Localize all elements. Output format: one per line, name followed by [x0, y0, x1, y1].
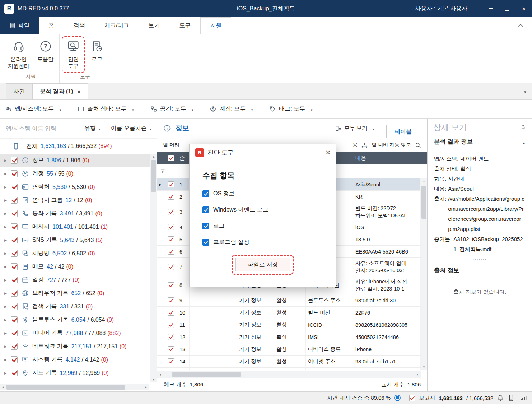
item-checkbox[interactable] — [11, 250, 18, 257]
pin-icon[interactable] — [520, 125, 526, 131]
sidebar-vertical-scrollbar[interactable] — [150, 154, 157, 382]
scroll-left-arrow[interactable] — [0, 384, 6, 390]
expand-arrow-icon[interactable] — [4, 371, 11, 375]
search-icon[interactable] — [415, 142, 421, 149]
sidebar-tree-item[interactable]: 연락처 그룹 12 / 12 (0) — [0, 194, 150, 207]
item-checkbox[interactable] — [11, 184, 18, 190]
expand-arrow-icon[interactable] — [4, 292, 11, 295]
item-checkbox[interactable] — [11, 170, 18, 177]
detail-section-result-info[interactable]: 분석 결과 정보 — [433, 133, 526, 149]
item-checkbox[interactable] — [11, 210, 18, 217]
notifications-bell-icon[interactable] — [497, 394, 504, 401]
row-checkbox[interactable] — [168, 297, 174, 303]
sidebar-tree-item[interactable]: 연락처 5,530 / 5,530 (0) — [0, 180, 150, 194]
ribbon-tab[interactable]: 홈 — [39, 17, 64, 34]
sidebar-tree-item[interactable]: 블루투스 기록 6,054 / 6,054 (0) — [0, 313, 150, 326]
expand-arrow-icon[interactable] — [4, 199, 11, 202]
ribbon-button[interactable]: 도움말 — [35, 38, 56, 65]
dialog-option[interactable]: Windows 이벤트 로그 — [202, 206, 323, 214]
dialog-titlebar[interactable]: R 진단 도구 — [190, 144, 336, 161]
sidebar-tree-item[interactable]: SNS 기록 5,643 / 5,643 (5) — [0, 233, 150, 247]
expand-arrow-icon[interactable] — [4, 345, 11, 348]
ribbon-button[interactable]: 로그 — [87, 38, 107, 65]
ribbon-button[interactable]: 진단 도구 — [63, 38, 83, 71]
item-checkbox[interactable] — [11, 237, 18, 243]
row-checkbox[interactable] — [168, 181, 174, 187]
row-checkbox[interactable] — [168, 249, 174, 255]
expand-arrow-icon[interactable] — [4, 225, 11, 229]
expand-arrow-icon[interactable] — [4, 252, 11, 255]
expand-arrow-icon[interactable] — [4, 358, 11, 362]
expand-arrow-icon[interactable] — [4, 172, 11, 176]
sidebar-tree-item[interactable]: 검색 기록 331 / 331 (0) — [0, 300, 150, 313]
sidebar-tree-item[interactable]: 브라우저 기록 652 / 652 (0) — [0, 287, 150, 300]
option-checkbox[interactable] — [202, 239, 209, 246]
sidebar-tree-item[interactable]: 일정 727 / 727 (0) — [0, 273, 150, 287]
item-checkbox[interactable] — [11, 316, 18, 323]
expand-arrow-icon[interactable] — [4, 159, 11, 162]
sidebar-horizontal-scrollbar[interactable] — [0, 384, 149, 390]
sidebar-tree-item[interactable]: 계정 55 / 55 (0) — [0, 167, 150, 180]
filter-dropdown[interactable]: 공간: 모두 — [150, 105, 194, 113]
scroll-up-arrow[interactable] — [421, 178, 427, 184]
table-row[interactable]: 13 기기 정보 활성 디바이스 종류 iPhone — [157, 343, 421, 356]
scrollbar-thumb[interactable] — [172, 372, 241, 377]
item-checkbox[interactable] — [11, 223, 18, 230]
row-checkbox[interactable] — [168, 236, 174, 242]
dialog-close-icon[interactable] — [326, 149, 330, 157]
scroll-down-arrow[interactable] — [150, 377, 157, 382]
filter-dropdown[interactable]: 계정: 모두 — [210, 105, 253, 113]
table-row[interactable]: 14 기기 정보 활성 이더넷 주소 98:0d:af:7d:b1:a1 — [157, 356, 421, 368]
sidebar-tree-item[interactable]: 지도 기록 12,969 / 12,969 (0) — [0, 366, 150, 380]
filter-dropdown[interactable]: 앱/시스템: 모두 — [5, 105, 62, 113]
save-to-file-button[interactable]: 파일로 저장 — [235, 258, 290, 271]
row-checkbox[interactable] — [168, 322, 174, 328]
filter-funnel-icon[interactable] — [160, 168, 165, 174]
row-checkbox[interactable] — [168, 310, 174, 316]
item-checkbox[interactable] — [11, 290, 18, 297]
file-menu-button[interactable]: 파일 — [0, 17, 39, 34]
table-row[interactable]: 9 기기 정보 활성 블루투스 주소 98:0d:af:7c:dd:30 — [157, 294, 421, 307]
scroll-left-arrow[interactable] — [157, 371, 163, 378]
item-checkbox[interactable] — [11, 303, 18, 310]
collapse-icon[interactable] — [522, 139, 526, 145]
close-button[interactable]: × — [515, 0, 532, 17]
table-row[interactable]: 12 기기 정보 활성 IMSI 450050212744486 — [157, 331, 421, 343]
scroll-up-arrow[interactable] — [150, 154, 157, 159]
item-checkbox[interactable] — [11, 330, 18, 336]
item-checkbox[interactable] — [11, 277, 18, 283]
expand-arrow-icon[interactable] — [4, 265, 11, 269]
expand-arrow-icon[interactable] — [4, 238, 11, 242]
auto-fit-label[interactable]: 열 너비 자동 맞춤 — [372, 142, 411, 148]
expand-arrow-icon[interactable] — [4, 212, 11, 215]
option-checkbox[interactable] — [202, 190, 209, 197]
column-header-num[interactable]: 순 — [177, 152, 190, 164]
document-tab[interactable]: 분석 결과 (1) — [32, 83, 88, 99]
maximize-button[interactable] — [499, 0, 515, 17]
tab-close-icon[interactable] — [77, 89, 80, 95]
filter-dropdown[interactable]: 출처 상태: 모두 — [78, 105, 134, 113]
view-all-dropdown[interactable]: 모두 보기 — [335, 125, 375, 132]
document-tab[interactable]: 사건 — [6, 83, 32, 99]
item-checkbox[interactable] — [11, 343, 18, 350]
sidebar-tree-item[interactable]: 메모 42 / 42 (0) — [0, 260, 150, 273]
search-input[interactable] — [5, 125, 74, 132]
sidebar-tree-item[interactable]: 네트워크 기록 217,151 / 217,151 (0) — [0, 340, 150, 353]
ribbon-tab[interactable]: 보기 — [139, 17, 169, 34]
option-checkbox[interactable] — [202, 223, 209, 229]
sort-dropdown[interactable]: 이름 오름차순 — [111, 125, 152, 132]
stop-progress-icon[interactable] — [394, 395, 401, 401]
scroll-right-arrow[interactable] — [143, 384, 149, 390]
table-horizontal-scrollbar[interactable] — [157, 371, 421, 378]
tab-table-view[interactable]: 테이블 — [386, 125, 420, 138]
ribbon-tab[interactable]: 검색 — [64, 17, 95, 34]
sidebar-tree-item[interactable]: 미디어 기록 77,088 / 77,088 (882) — [0, 326, 150, 340]
ribbon-tab[interactable]: 체크/태그 — [95, 17, 139, 34]
scroll-right-arrow[interactable] — [415, 371, 421, 378]
table-vertical-scrollbar[interactable] — [421, 178, 427, 370]
column-header-option-label[interactable]: 열 머리 — [163, 142, 179, 148]
table-row[interactable]: 10 기기 정보 활성 빌드 버전 22F76 — [157, 307, 421, 319]
dialog-option[interactable]: 프로그램 설정 — [202, 238, 323, 246]
collapse-ribbon-icon[interactable] — [518, 24, 523, 28]
item-checkbox[interactable] — [11, 263, 18, 270]
